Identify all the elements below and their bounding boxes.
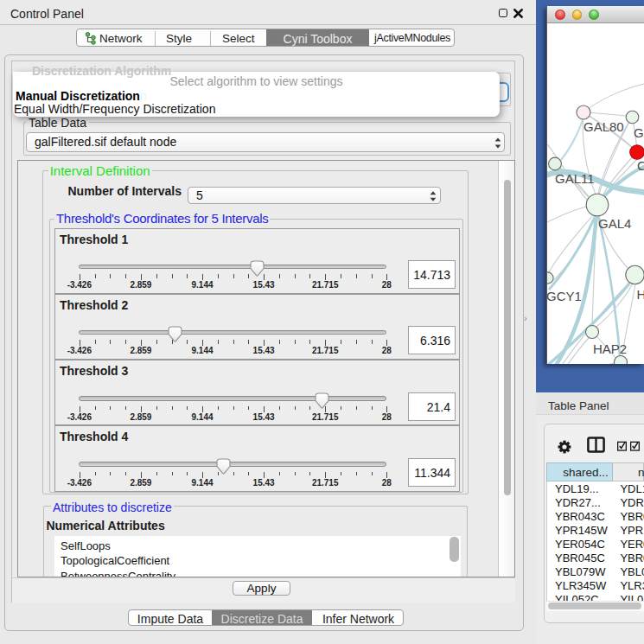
svg-text:HAP2: HAP2 — [593, 341, 627, 356]
svg-text:H: H — [636, 287, 644, 302]
svg-text:C: C — [637, 158, 644, 173]
svg-text:GA: GA — [634, 125, 644, 140]
svg-text:GAL80: GAL80 — [583, 119, 624, 134]
svg-text:GAL4: GAL4 — [598, 216, 631, 231]
svg-text:GAL11: GAL11 — [555, 171, 595, 186]
svg-text:GCY1: GCY1 — [547, 289, 582, 303]
